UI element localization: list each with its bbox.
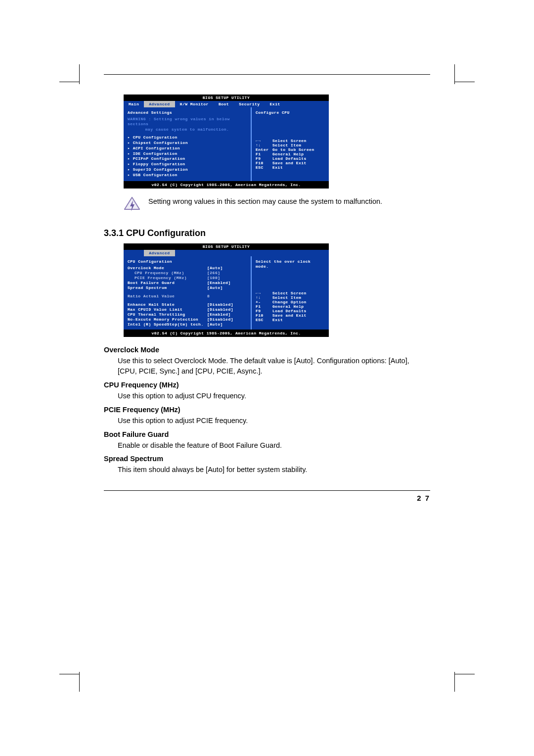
bios1-left-pane: Advanced Settings WARNING : Setting wron… — [124, 107, 251, 181]
bios2-key-ud: ↑↓ — [256, 295, 272, 300]
bios1-key-f10: F10 — [256, 161, 272, 165]
bios2-key-ud-d: Select Item — [272, 295, 301, 300]
bios1-item-usb[interactable]: USB Configuration — [128, 173, 247, 178]
bios2-key-f1-d: General Help — [272, 304, 304, 309]
bios2-key-f10-d: Save and Exit — [272, 313, 307, 318]
desc-cpufreq-t: Use this option to adjust CPU frequency. — [118, 391, 430, 402]
desc-bootfail-t: Enable or disable the feature of Boot Fa… — [118, 440, 430, 451]
page-number: 2 7 — [104, 494, 430, 502]
bios2-row-maxcpuid-value[interactable]: [Disabled] — [207, 307, 247, 312]
bios2-key-f1: F1 — [256, 304, 272, 309]
bios-screenshot-cpu-config: BIOS SETUP UTILITY Main Advanced CPU Con… — [124, 243, 329, 337]
bios2-row-bootfail-value[interactable]: [Enabled] — [207, 281, 247, 285]
bios2-row-pciefreq-value[interactable]: [100] — [207, 276, 247, 280]
bios1-key-lr: ←→ — [256, 139, 272, 143]
bios1-item-ide[interactable]: IDE Configuration — [128, 151, 247, 157]
bios1-key-ud: ↑↓ — [256, 143, 272, 147]
desc-overclock-t: Use this to select Overclock Mode. The d… — [118, 356, 430, 378]
bios2-footer: v02.54 (C) Copyright 1985-2005, American… — [124, 330, 329, 337]
bios2-key-f10: F10 — [256, 313, 272, 318]
bios1-key-enter: Enter — [256, 147, 272, 152]
bios2-key-f9-d: Load Defaults — [272, 309, 307, 313]
bios1-tab-advanced[interactable]: Advanced — [144, 101, 175, 107]
bios1-key-f9: F9 — [256, 156, 272, 161]
bios1-footer: v02.54 (C) Copyright 1985-2005, American… — [124, 181, 329, 189]
bios2-key-pm: +- — [256, 300, 272, 304]
bios1-tab-exit[interactable]: Exit — [265, 101, 285, 107]
section-heading-cpu-config: 3.3.1 CPU Configuration — [104, 228, 430, 238]
top-rule — [104, 74, 430, 75]
bios1-item-floppy[interactable]: Floppy Configuration — [128, 162, 247, 167]
warning-note: Setting wrong values in this section may… — [124, 196, 430, 218]
bios1-key-f1-d: General Help — [272, 152, 304, 156]
bios2-row-speedstep-value[interactable]: [Auto] — [207, 322, 247, 327]
bios1-item-superio[interactable]: SuperIO Configuration — [128, 167, 247, 173]
bios2-row-bootfail-label[interactable]: Boot Failure Guard — [128, 281, 207, 285]
desc-spread-t: This item should always be [Auto] for be… — [118, 465, 430, 475]
bios2-row-overclock-label[interactable]: Overclock Mode — [128, 266, 207, 270]
bios2-row-ratio-label: Ratio Actual Value — [128, 294, 207, 298]
bios2-left-header: CPU Configuration — [128, 259, 247, 264]
bios2-row-cpufreq-value[interactable]: [266] — [207, 271, 247, 275]
bios2-title: BIOS SETUP UTILITY — [124, 243, 329, 250]
bios1-warning-line2: may cause system to malfunction. — [128, 127, 247, 132]
bios1-help-pane: Configure CPU ←→Select Screen ↑↓Select I… — [251, 107, 329, 181]
desc-overclock-h: Overclock Mode — [104, 346, 430, 354]
desc-spread-h: Spread Spectrum — [104, 455, 430, 463]
bios1-item-pcipnp[interactable]: PCIPnP Configuration — [128, 156, 247, 162]
bios1-key-ud-d: Select Item — [272, 143, 301, 147]
bios2-row-noexec-label[interactable]: No-Excute Memory Protection — [128, 317, 207, 322]
bios1-key-esc-d: Exit — [272, 165, 283, 170]
bios2-tab-advanced[interactable]: Advanced — [144, 250, 175, 256]
bios1-key-f10-d: Save and Exit — [272, 161, 307, 165]
desc-pciefreq-h: PCIE Frequency (MHz) — [104, 406, 430, 414]
bios1-help-title: Configure CPU — [256, 110, 325, 115]
bios2-key-esc: ESC — [256, 318, 272, 322]
bios2-row-speedstep-label[interactable]: Intel (R) SpeedStep(tm) tech. — [128, 322, 207, 327]
bios2-row-ratio-value: 8 — [207, 294, 247, 298]
bios2-help-title-l1: Select the over clock — [256, 259, 325, 264]
bios1-tab-hw[interactable]: H/W Monitor — [175, 101, 214, 107]
bios1-key-esc: ESC — [256, 165, 272, 170]
bios2-row-ehs-label[interactable]: Enhance Halt State — [128, 302, 207, 307]
descriptions: Overclock Mode Use this to select Overcl… — [104, 346, 430, 476]
bios1-warning-line1: WARNING : Setting wrong values in below … — [128, 117, 247, 127]
bios2-row-maxcpuid-label[interactable]: Max CPUID Value Limit — [128, 307, 207, 312]
bios1-key-f1: F1 — [256, 152, 272, 156]
bios1-key-f9-d: Load Defaults — [272, 156, 307, 161]
bios2-help-pane: Select the over clock mode. ←→Select Scr… — [251, 256, 329, 330]
bios2-key-lr-d: Select Screen — [272, 291, 307, 295]
bottom-rule — [104, 490, 430, 491]
bios2-left-pane: CPU Configuration Overclock Mode [Auto] … — [124, 256, 251, 330]
bios1-tab-main[interactable]: Main — [124, 101, 144, 107]
bios2-row-thermal-value[interactable]: [Enabled] — [207, 312, 247, 317]
bios1-key-lr-d: Select Screen — [272, 139, 307, 143]
lightning-warning-icon — [124, 196, 140, 218]
bios1-item-cpu[interactable]: CPU Configuration — [128, 135, 247, 141]
bios2-row-pciefreq-label[interactable]: PCIE Frequency (MHz) — [128, 276, 207, 280]
bios2-help-title-l2: mode. — [256, 264, 325, 269]
bios2-row-noexec-value[interactable]: [Disabled] — [207, 317, 247, 322]
bios2-row-overclock-value[interactable]: [Auto] — [207, 266, 247, 270]
bios1-key-enter-d: Go to Sub Screen — [272, 147, 314, 152]
bios2-row-spread-value[interactable]: [Auto] — [207, 285, 247, 290]
desc-pciefreq-t: Use this option to adjust PCIE frequency… — [118, 416, 430, 426]
bios1-item-chipset[interactable]: Chipset Configuration — [128, 141, 247, 146]
bios2-key-pm-d: Change Option — [272, 300, 307, 304]
bios1-keys: ←→Select Screen ↑↓Select Item EnterGo to… — [256, 139, 325, 170]
bios2-keys: ←→Select Screen ↑↓Select Item +-Change O… — [256, 291, 325, 322]
bios2-row-cpufreq-label[interactable]: CPU Frequency (MHz) — [128, 271, 207, 275]
bios1-left-header: Advanced Settings — [128, 110, 247, 115]
bios2-row-spread-label[interactable]: Spread Spectrum — [128, 285, 207, 290]
bios1-tabs: Main Advanced H/W Monitor Boot Security … — [124, 101, 329, 107]
bios1-item-acpi[interactable]: ACPI Configuration — [128, 146, 247, 151]
bios1-title: BIOS SETUP UTILITY — [124, 94, 329, 101]
bios1-warning: WARNING : Setting wrong values in below … — [128, 117, 247, 132]
bios2-row-ehs-value[interactable]: [Disabled] — [207, 302, 247, 307]
desc-bootfail-h: Boot Failure Guard — [104, 430, 430, 438]
bios1-tab-boot[interactable]: Boot — [214, 101, 234, 107]
bios1-tab-security[interactable]: Security — [234, 101, 265, 107]
bios2-row-thermal-label[interactable]: CPU Thermal Throttling — [128, 312, 207, 317]
bios-screenshot-advanced: BIOS SETUP UTILITY Main Advanced H/W Mon… — [124, 94, 329, 189]
bios2-tabs: Main Advanced — [124, 250, 329, 256]
